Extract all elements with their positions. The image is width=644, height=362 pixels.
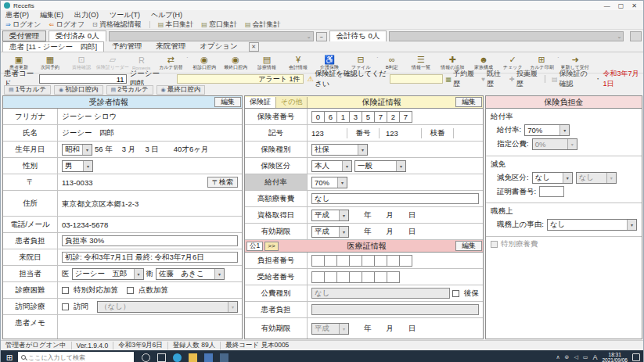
check-button[interactable]: ✓チェック <box>499 55 526 71</box>
benefit-rate-select[interactable]: 70%▾ <box>311 177 347 188</box>
furigana-label: フリガナ <box>3 109 58 124</box>
tab-patient[interactable]: 患者 [11 - ジーシー 四郎] <box>2 41 104 52</box>
tab-reservation[interactable]: 予約管理 <box>106 41 148 52</box>
qualification-era-select[interactable]: 平成▾ <box>311 210 349 221</box>
patient-code-input[interactable] <box>39 74 127 84</box>
tab-first-oral[interactable]: ◉初診口腔内 <box>54 85 103 95</box>
phone-label: 電話/メール <box>3 217 58 232</box>
treatment-info-button[interactable]: ▤診療情報 <box>251 55 282 71</box>
hygienist-select[interactable]: 佐藤 あきこ▾ <box>156 268 225 280</box>
tab-karte-1[interactable]: ▤1号カルテ <box>4 85 51 95</box>
reception-manage-button[interactable]: 受付管理 <box>2 30 46 41</box>
printer-icon: ⊞ <box>538 55 545 64</box>
logoff-button[interactable]: ⇐ログオフ <box>49 20 85 30</box>
tab-option[interactable]: オプション <box>193 41 244 52</box>
karte-switch-button[interactable]: ⇄カルテ切替 <box>155 55 186 71</box>
update-and-accept-button[interactable]: ➜更新して受付 <box>559 55 591 71</box>
tab-close-icon[interactable]: ✕ <box>249 42 259 52</box>
reservation-history-link[interactable]: ▦予約履歴 <box>446 69 476 89</box>
on-duty-reason-label: 職務上の事由: <box>497 220 544 230</box>
expiry-era-select[interactable]: 平成▾ <box>311 226 349 238</box>
card-reader-icon: ▱ <box>110 55 116 64</box>
sex-select[interactable]: 男▾ <box>62 160 93 172</box>
insurance-edit-button[interactable]: 編集 <box>455 97 482 107</box>
examinee-edit-button[interactable]: 編集 <box>214 97 241 107</box>
medical-cert-edit-button[interactable]: 編集 <box>455 241 482 251</box>
end-box-button[interactable] <box>630 31 642 41</box>
certificate-number-input[interactable] <box>539 186 564 197</box>
number-value[interactable]: 123 <box>382 129 419 138</box>
info-list-button[interactable]: ☰情報一覧 <box>405 55 437 71</box>
expand-button[interactable]: >> <box>264 242 278 251</box>
file-explorer-icon[interactable] <box>189 353 197 362</box>
payer-number-digits[interactable] <box>311 255 412 267</box>
accounting-wait-combobox[interactable]: ⌄ <box>389 31 624 41</box>
reduction-select-1[interactable]: なし▾ <box>532 172 573 184</box>
task-view-icon[interactable] <box>157 353 166 362</box>
notification-center-icon[interactable] <box>632 353 640 361</box>
first-oral-photo-button[interactable]: ◉初診口腔内 <box>189 55 220 71</box>
on-duty-reason-select[interactable]: なし▾ <box>547 219 637 231</box>
reception-done-tab[interactable]: 受付済み 0人 <box>49 30 106 41</box>
kohi-badge[interactable]: 公1 <box>246 242 263 251</box>
medication-history-link[interactable]: ✚投薬履歴 <box>509 69 538 89</box>
collapse-button[interactable]: − <box>316 32 327 41</box>
birth-era-select[interactable]: 昭和▾ <box>62 144 92 156</box>
insurer-number-digits[interactable]: 06135727 <box>311 111 412 123</box>
logon-button[interactable]: ⇒ログオン <box>5 20 41 30</box>
zip-search-button[interactable]: 〒検索 <box>207 177 238 188</box>
special-response-checkbox[interactable] <box>62 287 69 294</box>
patient-burden-field[interactable]: 負担率 30% <box>62 235 238 246</box>
home-visit-checkbox[interactable] <box>62 303 69 310</box>
accounting-total-button[interactable]: ▤会計集計 <box>245 20 281 30</box>
start-button[interactable]: ⊞ <box>1 350 18 362</box>
recipient-number-digits[interactable] <box>311 271 400 283</box>
doctor-select[interactable]: ジーシー 五郎▾ <box>72 268 144 280</box>
pinned-app-icon[interactable] <box>204 353 213 362</box>
tray-battery-icon[interactable]: ▭ <box>583 354 588 360</box>
tray-chevron-icon[interactable]: ∧ <box>556 354 559 360</box>
insurance-confirm-link[interactable]: ▤ 保険証の確認 ・ 令和3年7月1日 <box>552 69 640 89</box>
maximize-button[interactable]: ▢ <box>618 2 624 9</box>
tab-insurance-card[interactable]: 保険証 <box>245 97 276 108</box>
tab-last-oral[interactable]: ◉最終口腔内 <box>157 85 206 95</box>
taskbar-search[interactable] <box>18 352 134 362</box>
alert-box[interactable]: アラート 1件 <box>177 74 304 84</box>
karte-print-button[interactable]: ⊞カルテ印刷 <box>526 55 557 71</box>
burden-benefit-rate-select[interactable]: 70%▾ <box>524 124 570 136</box>
photos-app-icon[interactable] <box>220 353 228 362</box>
qualification-info-button[interactable]: ⊡資格確認情報 <box>92 20 142 30</box>
window-total-button[interactable]: ▤窓口集計 <box>201 20 237 30</box>
minimize-button[interactable]: — <box>604 2 610 9</box>
high-cost-field[interactable]: なし <box>311 193 479 204</box>
reception-done-combobox[interactable]: ⌄ <box>109 31 314 41</box>
medical-history-link[interactable]: ♥既往歴 <box>481 69 503 89</box>
relation-select[interactable]: 本人▾ <box>311 160 352 172</box>
visit-date-field[interactable]: 初診: 令和3年7月1日 最終: 令和3年7月6日 <box>62 252 238 263</box>
category-select[interactable]: 一般▾ <box>354 160 406 172</box>
home-visit-cb-label: 訪問 <box>74 302 88 312</box>
info-add-button[interactable]: ✚情報の追加 <box>437 55 468 71</box>
late-insurance-checkbox[interactable] <box>452 290 459 297</box>
tab-other[interactable]: その他 <box>276 97 308 108</box>
today-total-button[interactable]: ▤本日集計 <box>158 20 194 30</box>
point-addition-checkbox[interactable] <box>127 287 134 294</box>
tray-volume-icon[interactable]: ◁ <box>574 354 577 360</box>
symbol-value[interactable]: 123 <box>308 129 344 138</box>
close-button[interactable]: ✕ <box>631 2 637 9</box>
cortana-icon[interactable] <box>142 353 150 362</box>
insurance-card-reader-button: ▱保険証リーダー <box>97 55 128 71</box>
ime-indicator[interactable]: A <box>592 353 597 361</box>
search-input[interactable] <box>28 354 131 361</box>
sex-label: 性別 <box>3 158 58 174</box>
alert-box-secondary[interactable] <box>390 74 443 84</box>
tab-karte-2[interactable]: ▤2号カルテ <box>106 85 153 95</box>
accounting-wait-tab[interactable]: 会計待ち 0人 <box>329 30 387 41</box>
edge-browser-icon[interactable] <box>173 353 182 362</box>
last-oral-photo-button[interactable]: ◉最終口腔内 <box>220 55 251 71</box>
insurance-type-select[interactable]: 社保▾ <box>311 144 368 156</box>
next-appointment-button[interactable]: ▦次回予約 <box>34 55 66 71</box>
tray-network-icon[interactable]: ⊜ <box>565 354 570 360</box>
tab-visit[interactable]: 来院管理 <box>149 41 192 52</box>
taskbar-clock[interactable]: 18:31 2021/09/06 <box>602 352 628 362</box>
